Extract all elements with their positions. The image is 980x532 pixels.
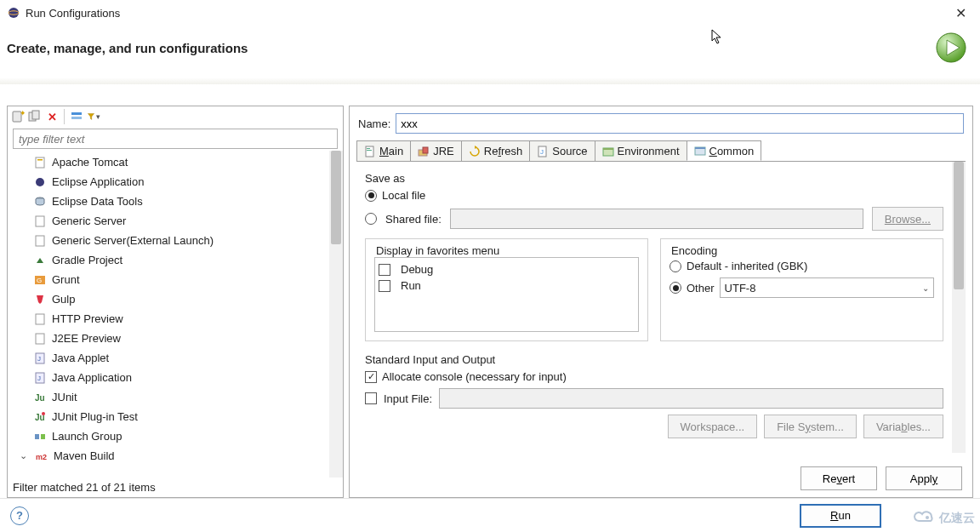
run-label: Run xyxy=(401,279,421,292)
collapse-all-icon[interactable] xyxy=(70,110,83,123)
input-file-checkbox[interactable] xyxy=(365,392,377,404)
tree-item-label: Eclipse Data Tools xyxy=(52,195,143,208)
tree-item-label: Gradle Project xyxy=(52,254,122,266)
svg-text:J: J xyxy=(37,375,41,382)
name-label: Name: xyxy=(358,117,390,130)
common-icon xyxy=(694,145,706,157)
dialog-bottom-bar: ? Run Close xyxy=(0,498,980,532)
tab-source[interactable]: JSource xyxy=(529,140,595,161)
shared-file-label: Shared file: xyxy=(385,213,442,226)
help-icon[interactable]: ? xyxy=(10,506,29,525)
config-type-icon: Ju xyxy=(33,410,47,424)
content-scrollbar[interactable] xyxy=(952,162,966,453)
svg-point-26 xyxy=(42,412,45,415)
tree-item-label: Grunt xyxy=(52,273,80,286)
tree-item-label: Launch Group xyxy=(52,430,122,443)
svg-text:✦: ✦ xyxy=(20,110,25,117)
svg-point-0 xyxy=(9,8,19,18)
tree-item[interactable]: Eclipse Data Tools xyxy=(8,192,343,211)
tree-item-label: JUnit Plug-in Test xyxy=(52,410,138,423)
config-type-icon: m2 xyxy=(35,449,48,463)
favorites-list[interactable]: Debug Run xyxy=(374,257,639,332)
apply-button[interactable]: Apply xyxy=(886,466,962,490)
tree-toolbar: ✦ ✕ xyxy=(8,106,343,127)
tree-item[interactable]: Eclipse Application xyxy=(8,172,343,192)
config-type-icon: J xyxy=(33,371,47,385)
tree-item[interactable]: JJava Application xyxy=(8,368,343,387)
tab-jre[interactable]: JRE xyxy=(410,140,462,161)
svg-rect-31 xyxy=(367,148,370,149)
tab-environment[interactable]: Environment xyxy=(595,140,687,161)
name-input[interactable] xyxy=(396,113,964,134)
new-config-icon[interactable]: ✦ xyxy=(11,110,25,123)
tree-scrollbar[interactable] xyxy=(329,151,343,478)
svg-rect-19 xyxy=(36,334,44,344)
tree-item[interactable]: ⌄m2Maven Build xyxy=(8,446,343,466)
config-type-icon xyxy=(33,234,47,248)
filter-config-icon[interactable] xyxy=(87,110,100,123)
tree-item[interactable]: JJava Applet xyxy=(8,348,343,368)
tree-item[interactable]: Launch Group xyxy=(8,426,343,446)
config-tree[interactable]: Apache TomcatEclipse ApplicationEclipse … xyxy=(8,151,343,478)
tree-item-label: Eclipse Application xyxy=(52,175,144,188)
revert-button[interactable]: Revert xyxy=(801,466,877,490)
close-icon[interactable]: ✕ xyxy=(949,3,973,23)
tab-common[interactable]: Common xyxy=(687,140,762,161)
duplicate-config-icon[interactable] xyxy=(28,110,42,123)
tree-item[interactable]: Gulp xyxy=(8,289,343,309)
tab-refresh[interactable]: Refresh xyxy=(461,140,531,161)
tree-item[interactable]: Apache Tomcat xyxy=(8,152,343,172)
svg-rect-32 xyxy=(367,150,372,151)
input-file-label: Input File: xyxy=(384,392,432,405)
svg-rect-41 xyxy=(695,147,705,149)
local-file-radio[interactable] xyxy=(365,190,377,202)
encoding-other-label: Other xyxy=(687,282,715,295)
encoding-select[interactable]: UTF-8⌄ xyxy=(720,277,934,298)
svg-text:G: G xyxy=(37,277,42,284)
refresh-icon xyxy=(469,146,481,157)
config-type-icon xyxy=(33,195,47,209)
tree-item[interactable]: J2EE Preview xyxy=(8,329,343,348)
encoding-default-label: Default - inherited (GBK) xyxy=(687,260,807,272)
config-type-icon xyxy=(33,332,47,346)
svg-rect-30 xyxy=(366,146,373,157)
expand-icon[interactable]: ⌄ xyxy=(20,450,30,461)
run-button[interactable]: Run xyxy=(800,504,881,528)
sio-legend: Standard Input and Output xyxy=(365,350,943,368)
run-big-icon xyxy=(934,31,968,65)
page-icon xyxy=(364,146,376,157)
tree-item-label: Java Application xyxy=(52,371,132,384)
debug-checkbox[interactable] xyxy=(379,264,390,276)
tree-item[interactable]: GGrunt xyxy=(8,270,343,289)
filter-input[interactable] xyxy=(13,129,338,149)
delete-config-icon[interactable]: ✕ xyxy=(45,110,59,123)
encoding-default-radio[interactable] xyxy=(669,260,681,272)
encoding-other-radio[interactable] xyxy=(669,282,681,294)
tree-item[interactable]: HTTP Preview xyxy=(8,309,343,329)
tree-item-label: Java Applet xyxy=(52,352,109,364)
config-tree-panel: ✦ ✕ Apache TomcatEclipse ApplicationEcli… xyxy=(7,106,344,498)
favorites-group: Display in favorites menu Debug Run xyxy=(365,238,648,341)
tree-item-label: Gulp xyxy=(52,293,75,306)
tree-item[interactable]: Generic Server xyxy=(8,211,343,231)
svg-rect-15 xyxy=(36,236,44,246)
config-type-icon xyxy=(33,156,47,169)
tab-main[interactable]: Main xyxy=(356,140,411,161)
tree-item[interactable]: Generic Server(External Launch) xyxy=(8,231,343,250)
svg-rect-10 xyxy=(36,157,44,168)
svg-rect-18 xyxy=(36,314,44,324)
tree-item[interactable]: JuJUnit Plug-in Test xyxy=(8,407,343,426)
run-checkbox[interactable] xyxy=(379,280,390,292)
tree-item[interactable]: Gradle Project xyxy=(8,250,343,270)
config-type-icon: Ju xyxy=(33,391,47,404)
svg-rect-14 xyxy=(36,216,44,226)
svg-point-47 xyxy=(926,516,929,519)
shared-file-radio[interactable] xyxy=(365,213,377,225)
config-type-icon xyxy=(33,215,47,228)
tree-item[interactable]: JuJUnit xyxy=(8,387,343,407)
tree-item-label: Generic Server(External Launch) xyxy=(52,234,214,247)
allocate-console-checkbox[interactable] xyxy=(365,371,377,383)
variables-button: Variables... xyxy=(863,415,943,438)
config-type-icon: J xyxy=(33,352,47,365)
save-as-label: Save as xyxy=(365,169,943,186)
